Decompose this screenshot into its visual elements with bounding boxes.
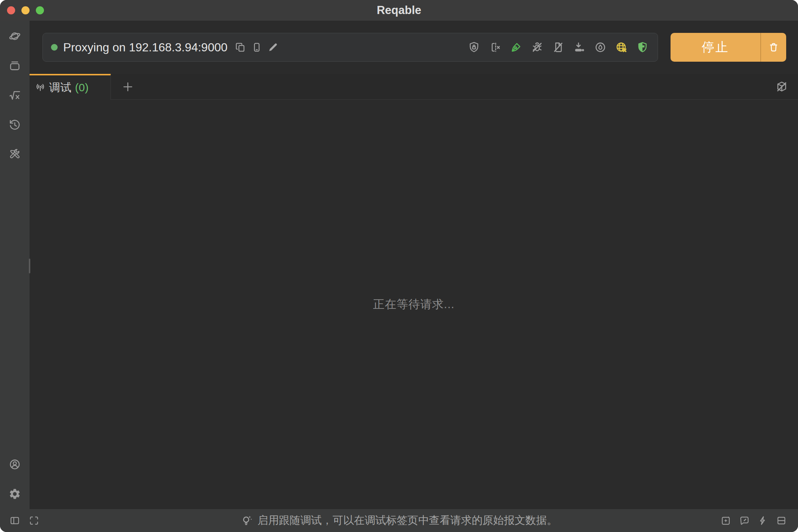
globe-off-icon	[615, 41, 628, 54]
panel-toggle-icon	[9, 515, 20, 526]
layout-split-button[interactable]	[776, 515, 787, 526]
fullscreen-button[interactable]	[28, 515, 40, 526]
sidebar-item-history[interactable]	[8, 119, 21, 131]
user-account-icon	[8, 458, 21, 471]
ai-assistant-button[interactable]	[720, 515, 732, 526]
copy-address-button[interactable]	[235, 42, 246, 53]
titlebar: Reqable	[0, 0, 798, 21]
toolbox-icon	[8, 148, 21, 161]
proxy-panel: Proxying on 192.168.3.94:9000	[42, 33, 658, 62]
main-area: Proxying on 192.168.3.94:9000	[30, 21, 798, 509]
rewrite-doc-off-icon	[552, 41, 565, 54]
settings-gear-icon	[8, 488, 21, 500]
security-shield-button[interactable]	[636, 41, 649, 54]
lightbulb-sparkle-icon	[241, 514, 253, 527]
statusbar-tip-text: 启用跟随调试，可以在调试标签页中查看请求的原始报文数据。	[258, 513, 557, 528]
statusbar-tip: 启用跟随调试，可以在调试标签页中查看请求的原始报文数据。	[0, 513, 798, 528]
sidebar-item-tools[interactable]	[8, 148, 21, 161]
fullscreen-icon	[28, 515, 40, 526]
script-sqrt-icon	[8, 89, 21, 102]
copy-icon	[235, 42, 246, 53]
history-clock-icon	[8, 119, 21, 131]
trash-icon	[768, 42, 779, 53]
network-globe-button[interactable]	[615, 41, 628, 54]
tabbar-rest	[111, 74, 798, 100]
collection-box-icon	[8, 59, 21, 72]
split-rows-icon	[776, 515, 787, 526]
statusbar-left	[9, 515, 40, 526]
feedback-message-icon	[739, 515, 750, 526]
toolbar: Proxying on 192.168.3.94:9000	[30, 21, 798, 74]
session-list-empty: 正在等待请求...	[30, 100, 798, 509]
tab-debug-count: (0)	[75, 81, 89, 94]
proxy-status-text: Proxying on 192.168.3.94:9000	[63, 41, 228, 54]
script-pen-icon	[510, 41, 522, 54]
sidebar-item-traffic[interactable]	[8, 30, 21, 42]
collect-download-button[interactable]	[573, 41, 586, 54]
sidebar-splitter-handle[interactable]	[29, 259, 30, 273]
panel-toggle-button[interactable]	[9, 515, 20, 526]
sidebar	[0, 21, 30, 509]
tab-debug[interactable]: 调试 (0)	[30, 74, 111, 100]
planet-traffic-icon	[8, 30, 21, 42]
proxy-quick-actions	[235, 42, 279, 53]
edit-proxy-button[interactable]	[267, 42, 279, 53]
waiting-message: 正在等待请求...	[373, 297, 455, 312]
ai-sparkle-box-icon	[720, 515, 732, 526]
tab-debug-label: 调试	[49, 80, 71, 95]
statusbar-right	[720, 515, 787, 526]
debug-toggle-button[interactable]	[531, 41, 543, 54]
broadcast-icon	[35, 82, 45, 93]
smartphone-icon	[251, 42, 262, 53]
security-shield-icon	[636, 41, 649, 54]
edit-pencil-icon	[267, 42, 279, 53]
sidebar-item-settings[interactable]	[8, 488, 21, 500]
stop-button[interactable]: 停止	[671, 33, 786, 62]
certificate-shield-lock-icon	[468, 41, 480, 54]
performance-button[interactable]	[757, 515, 768, 526]
plus-icon	[122, 81, 134, 93]
tabbar: 调试 (0)	[30, 74, 798, 100]
rewrite-toggle-button[interactable]	[552, 41, 565, 54]
script-pen-button[interactable]	[510, 41, 522, 54]
app-window: Reqable	[0, 0, 798, 532]
feedback-button[interactable]	[739, 515, 750, 526]
add-tab-button[interactable]	[111, 74, 145, 99]
droplet-circle-icon	[594, 41, 607, 54]
mobile-connect-button[interactable]	[251, 42, 262, 53]
statusbar: 启用跟随调试，可以在调试标签页中查看请求的原始报文数据。	[0, 509, 798, 532]
proxy-mode-actions	[468, 41, 649, 54]
window-title: Reqable	[0, 4, 798, 17]
theme-droplet-button[interactable]	[594, 41, 607, 54]
sidebar-item-account[interactable]	[8, 458, 21, 471]
debug-bug-off-icon	[531, 41, 543, 54]
stop-button-label[interactable]: 停止	[671, 33, 761, 62]
preview-toggle-button[interactable]	[775, 80, 788, 93]
sidebar-item-collection[interactable]	[8, 59, 21, 72]
sidebar-item-scripting[interactable]	[8, 89, 21, 102]
device-split-off-icon	[489, 41, 501, 54]
flash-bolt-icon	[757, 515, 768, 526]
proxy-status-dot	[51, 44, 58, 51]
preview-box-off-icon	[775, 80, 788, 93]
device-split-button[interactable]	[489, 41, 501, 54]
certificate-button[interactable]	[468, 41, 480, 54]
clear-sessions-button[interactable]	[761, 33, 786, 62]
download-collect-icon	[573, 41, 586, 54]
